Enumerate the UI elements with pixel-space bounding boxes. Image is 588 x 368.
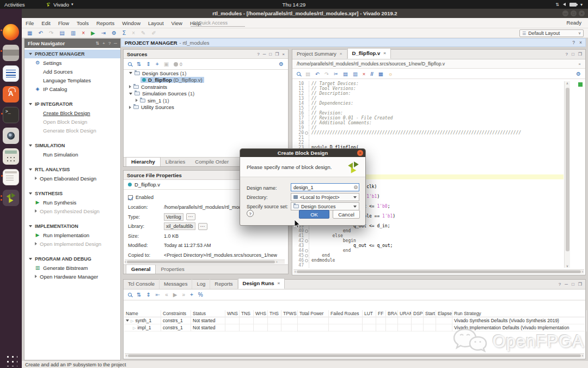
edit-off-icon[interactable]: ✐ xyxy=(151,29,156,38)
code-line-45[interactable]: 45 end xyxy=(293,253,564,258)
dock-toggle-icon[interactable]: ⇅ xyxy=(96,41,100,46)
close-tab-icon[interactable]: × xyxy=(278,280,280,287)
menu-layout[interactable]: Layout xyxy=(144,18,168,28)
tab-general[interactable]: General xyxy=(126,264,156,274)
flow-section-project-manager[interactable]: PROJECT MANAGER xyxy=(24,50,120,58)
code-line-16[interactable]: 16// Revision: xyxy=(293,111,564,116)
close-window-icon[interactable]: × xyxy=(579,10,585,16)
flow-item-open-elaborated-design[interactable]: Open Elaborated Design xyxy=(24,174,120,183)
vivado-icon[interactable] xyxy=(3,190,19,206)
properties-hscrollbar[interactable]: ‹› xyxy=(125,260,285,264)
tree-item-design-sources[interactable]: Design Sources (1) xyxy=(124,70,288,77)
flow-section-simulation[interactable]: SIMULATION xyxy=(24,141,120,150)
save-icon[interactable]: ▤ xyxy=(305,71,310,77)
column-tpws[interactable]: TPWS xyxy=(281,310,298,317)
flow-section-rtl-analysis[interactable]: RTL ANALYSIS xyxy=(24,165,120,174)
column-dsp[interactable]: DSP xyxy=(412,310,424,317)
flow-item-run-implementation[interactable]: ▶Run Implementation xyxy=(24,231,120,239)
search-icon[interactable] xyxy=(128,62,132,66)
window-icon[interactable]: ─ xyxy=(565,282,568,287)
chevron-down-icon[interactable] xyxy=(129,72,132,74)
close-tab-icon[interactable]: × xyxy=(383,50,386,57)
chevron-right-icon[interactable] xyxy=(129,106,131,109)
code-line-46[interactable]: 46endmodule xyxy=(293,258,564,263)
more-button[interactable]: ⋯ xyxy=(186,213,195,220)
redo-icon[interactable]: ↷ xyxy=(324,71,329,77)
terminal-icon[interactable] xyxy=(3,107,19,123)
tab-d-flipflop-v[interactable]: D_flipflop.v× xyxy=(347,48,391,59)
menu-file[interactable]: File xyxy=(22,18,38,28)
window-icon[interactable]: □ xyxy=(269,52,272,57)
camera-icon[interactable] xyxy=(3,128,19,144)
settings-icon[interactable]: ⚙ xyxy=(112,29,117,38)
open-project-icon[interactable]: ▦ xyxy=(27,29,32,38)
undo-icon[interactable]: ↶ xyxy=(315,71,320,77)
window-icon[interactable]: □ xyxy=(572,282,574,287)
close-icon[interactable]: × xyxy=(357,150,363,156)
help-button[interactable]: ? xyxy=(247,210,254,217)
code-line-14[interactable]: 14// Dependencies: xyxy=(293,101,564,106)
flow-item-generate-bitstream[interactable]: ▥Generate Bitstream xyxy=(24,263,120,272)
sources-header[interactable]: Sources ?─□❐× xyxy=(124,50,288,59)
run-row-impl-1[interactable]: ▷impl_1constrs_1Not startedVivado Implem… xyxy=(124,324,585,331)
sum-icon[interactable]: Σ xyxy=(122,29,126,38)
lightbulb-icon[interactable]: ☼ xyxy=(388,71,393,77)
add-icon[interactable]: + xyxy=(102,41,105,46)
flow-item-open-implemented-design[interactable]: Open Implemented Design xyxy=(24,239,120,248)
show-applications-icon[interactable] xyxy=(4,353,17,366)
abort-icon[interactable]: × xyxy=(132,29,135,38)
menu-reports[interactable]: Reports xyxy=(93,18,118,28)
scroll-down-icon[interactable]: ∨ xyxy=(565,264,570,268)
window-icon[interactable]: □ xyxy=(572,52,574,57)
tab-hierarchy[interactable]: Hierarchy xyxy=(126,157,161,166)
menu-flow[interactable]: Flow xyxy=(54,18,73,28)
window-icon[interactable]: ? xyxy=(566,52,568,57)
writer-icon[interactable] xyxy=(3,65,19,82)
design-name-input[interactable] xyxy=(291,183,359,191)
expand-all-icon[interactable]: ⇕ xyxy=(146,59,150,69)
tab-tcl-console[interactable]: Tcl Console xyxy=(124,279,160,289)
code-line-47[interactable]: 47 xyxy=(293,263,564,268)
collapse-all-icon[interactable]: ⇅ xyxy=(137,59,141,69)
minimize-icon[interactable]: ─ xyxy=(114,41,117,46)
firefox-icon[interactable] xyxy=(3,24,19,40)
window-icon[interactable]: ─ xyxy=(263,52,266,57)
window-icon[interactable]: × xyxy=(282,52,285,57)
window-title-bar[interactable]: rtl_modules - [/home/parallels/rtl_modul… xyxy=(22,9,588,18)
tab-properties[interactable]: Properties xyxy=(156,265,189,274)
column-elapsed[interactable]: Elapsed xyxy=(436,310,452,317)
scroll-thumb[interactable] xyxy=(566,88,569,251)
more-button[interactable]: ⋯ xyxy=(198,223,207,230)
source-set-select[interactable]: Design Sources xyxy=(291,202,359,210)
gear-icon[interactable]: ⚙ xyxy=(279,59,284,69)
column-failed-routes[interactable]: Failed Routes xyxy=(329,310,363,317)
close-icon[interactable]: × xyxy=(579,40,582,45)
tab-messages[interactable]: Messages xyxy=(160,279,192,289)
code-line-12[interactable]: 12// Description: xyxy=(293,91,564,96)
system-tray[interactable]: ⇅ ▾ xyxy=(555,0,583,9)
column-ths[interactable]: THS xyxy=(268,310,281,317)
flow-item-ip-catalog[interactable]: ◈IP Catalog xyxy=(24,85,120,93)
flow-item-settings[interactable]: ⚙Settings xyxy=(24,58,120,67)
first-run-icon[interactable]: ⇤ xyxy=(156,290,160,300)
window-icon[interactable]: ❐ xyxy=(275,52,279,57)
ok-button[interactable]: OK xyxy=(299,210,329,219)
column-whs[interactable]: WHS xyxy=(254,310,268,317)
column-constraints[interactable]: Constraints xyxy=(161,310,191,317)
help-icon[interactable]: ? xyxy=(572,40,575,45)
chevron-down-icon[interactable] xyxy=(129,93,132,95)
column-status[interactable]: Status xyxy=(191,310,225,317)
tree-item-simulation-sources[interactable]: Simulation Sources (1) xyxy=(124,91,288,98)
column-total-power[interactable]: Total Power xyxy=(298,310,329,317)
flow-item-generate-block-design[interactable]: Generate Block Design xyxy=(24,126,120,135)
tree-item-d-flipflop[interactable]: D_flipflop (D_flipflop.v) xyxy=(124,77,288,84)
code-line-20[interactable]: 20//////////////////////////////////////… xyxy=(293,130,564,135)
editor-hscrollbar[interactable]: ‹› xyxy=(293,269,584,274)
column-wns[interactable]: WNS xyxy=(225,310,240,317)
menu-view[interactable]: View xyxy=(168,18,186,28)
tree-item-sim-1[interactable]: sim_1 (1) xyxy=(124,97,288,104)
tab-design-runs[interactable]: Design Runs× xyxy=(238,278,285,289)
run-row-synth-1[interactable]: ▷synth_1constrs_1Not startedVivado Synth… xyxy=(124,317,585,324)
menu-window[interactable]: Window xyxy=(118,18,144,28)
cancel-button[interactable]: Cancel xyxy=(333,210,360,219)
